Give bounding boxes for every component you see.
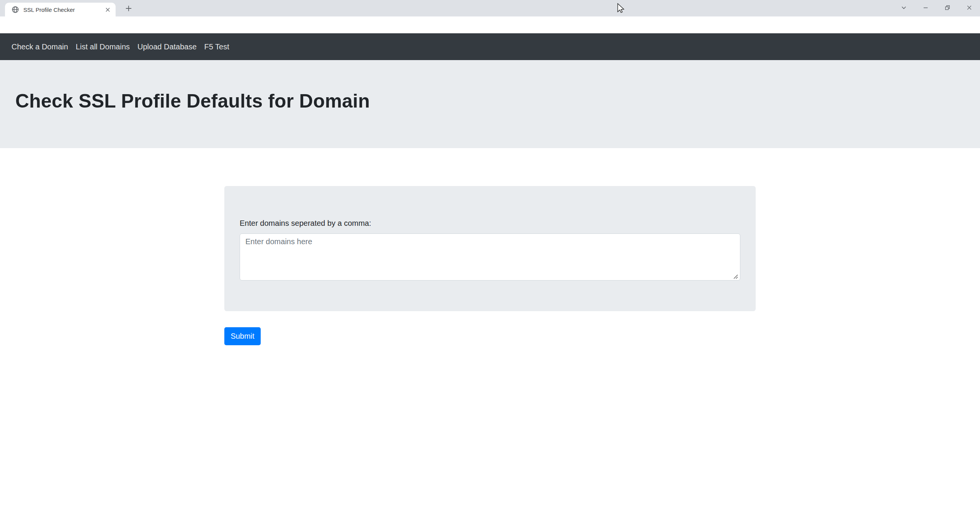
tab-close-icon[interactable]: [103, 5, 112, 14]
tab-search-chevron-icon[interactable]: [893, 0, 915, 15]
close-window-button[interactable]: [958, 0, 980, 15]
browser-tab-strip: SSL Profile Checker: [0, 0, 980, 16]
nav-link-list-all-domains[interactable]: List all Domains: [72, 42, 134, 51]
browser-window: { "browser": { "tab": { "title": "SSL Pr…: [0, 0, 980, 532]
submit-button[interactable]: Submit: [224, 327, 261, 345]
browser-toolbar: 127.0.0.1:5000: [0, 16, 980, 33]
nav-link-upload-database[interactable]: Upload Database: [134, 42, 201, 51]
minimize-button[interactable]: [915, 0, 936, 15]
restore-button[interactable]: [936, 0, 958, 15]
domain-form-panel: Enter domains seperated by a comma:: [224, 186, 756, 311]
window-controls: [893, 0, 980, 15]
nav-link-check-a-domain[interactable]: Check a Domain: [8, 42, 72, 51]
tab-title: SSL Profile Checker: [23, 7, 103, 13]
nav-link-f5-test[interactable]: F5 Test: [201, 42, 233, 51]
new-tab-button[interactable]: [124, 3, 134, 13]
site-navbar: Check a Domain List all Domains Upload D…: [0, 33, 980, 60]
mouse-cursor: [617, 3, 624, 14]
browser-tab[interactable]: SSL Profile Checker: [5, 3, 116, 16]
page-title: Check SSL Profile Defaults for Domain: [15, 90, 965, 113]
page-header: Check SSL Profile Defaults for Domain: [0, 60, 980, 148]
globe-favicon-icon: [11, 6, 19, 13]
domains-label: Enter domains seperated by a comma:: [240, 217, 740, 229]
domains-textarea[interactable]: [240, 233, 740, 281]
